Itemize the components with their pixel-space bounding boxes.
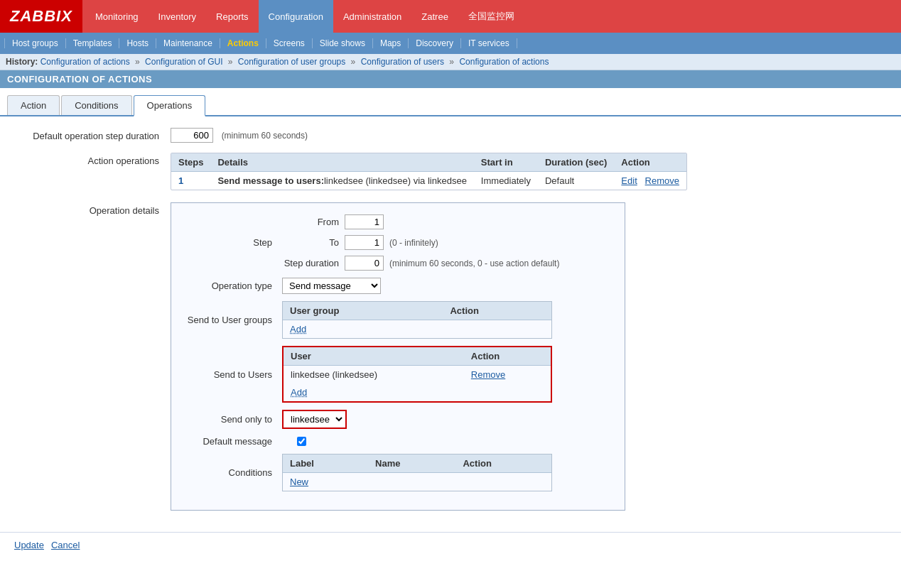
- sub-nav-item-it-services[interactable]: IT services: [461, 38, 517, 48]
- send-only-to-row: Send only to linkedseeAll: [183, 410, 613, 429]
- user-groups-header-row: User group Action: [283, 302, 551, 320]
- sub-nav-item-maps[interactable]: Maps: [373, 38, 409, 48]
- user-groups-add-cell: Add: [283, 320, 551, 339]
- cancel-button[interactable]: Cancel: [51, 540, 80, 550]
- step-duration-label: Step duration: [282, 258, 339, 268]
- ops-edit-link[interactable]: Edit: [621, 175, 637, 186]
- conditions-row: Conditions Label Name Action: [183, 454, 613, 491]
- nav-item-chinese[interactable]: 全国监控网: [458, 0, 524, 33]
- to-row: To (0 - infinitely): [282, 235, 559, 250]
- step-duration-input[interactable]: [345, 256, 384, 271]
- breadcrumb-item-1[interactable]: Configuration of GUI: [145, 57, 222, 67]
- nav-item-configuration[interactable]: Configuration: [259, 0, 333, 33]
- user-groups-add-row: Add: [283, 320, 551, 339]
- step-duration-row: Step duration (minimum 60 seconds, 0 - u…: [282, 256, 559, 271]
- breadcrumb-sep-2: »: [348, 57, 357, 67]
- breadcrumb-label: History:: [6, 57, 38, 67]
- default-step-duration-input[interactable]: [171, 128, 213, 143]
- page-title: CONFIGURATION OF ACTIONS: [7, 74, 152, 85]
- conditions-header-row: Label Name Action: [283, 454, 551, 473]
- send-to-user-groups-field: User group Action Add: [282, 301, 613, 339]
- sub-nav-item-discovery[interactable]: Discovery: [409, 38, 461, 48]
- users-table: User Action linkedsee (linkedsee) Remove…: [284, 347, 551, 401]
- user-name: linkedsee (linkedsee): [284, 366, 464, 384]
- send-only-to-label: Send only to: [183, 414, 282, 425]
- sub-nav-item-hosts[interactable]: Hosts: [119, 38, 156, 48]
- default-message-field: [282, 437, 613, 446]
- default-step-duration-field: (minimum 60 seconds): [171, 128, 887, 143]
- from-row: From: [282, 214, 559, 229]
- send-only-to-field: linkedseeAll: [282, 410, 613, 429]
- action-operations-row: Action operations Steps Details Start in…: [14, 153, 887, 192]
- operation-type-field: Send messageRemote command: [282, 278, 613, 294]
- breadcrumb-sep-3: »: [447, 57, 456, 67]
- operation-type-select[interactable]: Send messageRemote command: [282, 278, 381, 294]
- tabs: ActionConditionsOperations: [0, 88, 901, 116]
- action-operations-label: Action operations: [14, 153, 171, 166]
- sub-nav-item-screens[interactable]: Screens: [266, 38, 313, 48]
- breadcrumb-item-3[interactable]: Configuration of users: [361, 57, 444, 67]
- ops-col-duration: Duration (sec): [538, 153, 614, 172]
- send-to-user-groups-row: Send to User groups User group Action: [183, 301, 613, 339]
- users-header-row: User Action: [284, 347, 551, 366]
- sub-nav-item-slide-shows[interactable]: Slide shows: [313, 38, 373, 48]
- nav-item-inventory[interactable]: Inventory: [149, 0, 206, 33]
- sub-nav-item-maintenance[interactable]: Maintenance: [156, 38, 220, 48]
- from-input[interactable]: [345, 214, 384, 229]
- users-add-link[interactable]: Add: [291, 387, 307, 398]
- table-row: 1 Send message to users:linkedsee (linke…: [171, 172, 686, 190]
- nav-item-zatree[interactable]: Zatree: [411, 0, 458, 33]
- main-nav: MonitoringInventoryReportsConfigurationA…: [85, 0, 524, 33]
- sub-nav-item-actions[interactable]: Actions: [220, 38, 266, 48]
- user-action: Remove: [464, 366, 551, 384]
- cond-col-action: Action: [455, 454, 551, 473]
- conditions-table-container: Label Name Action New: [282, 454, 552, 491]
- step-section: Step From To (0 - infinitely): [183, 214, 613, 271]
- ops-col-action: Action: [614, 153, 686, 172]
- sub-nav-item-templates[interactable]: Templates: [66, 38, 120, 48]
- breadcrumb-links: Configuration of actions » Configuration…: [41, 57, 549, 67]
- default-message-checkbox[interactable]: [282, 437, 321, 446]
- conditions-new-cell: New: [283, 473, 551, 491]
- nav-item-monitoring[interactable]: Monitoring: [85, 0, 149, 33]
- operation-type-row: Operation type Send messageRemote comman…: [183, 278, 613, 294]
- ops-startin: Immediately: [474, 172, 538, 190]
- to-label: To: [282, 237, 339, 248]
- tab-action[interactable]: Action: [7, 95, 60, 115]
- send-only-to-select[interactable]: linkedseeAll: [284, 412, 345, 427]
- user-groups-add-link[interactable]: Add: [290, 324, 306, 334]
- breadcrumb-item-0[interactable]: Configuration of actions: [41, 57, 130, 67]
- send-to-users-label: Send to Users: [183, 369, 282, 380]
- to-input[interactable]: [345, 235, 384, 250]
- users-table-body: linkedsee (linkedsee) Remove Add: [284, 366, 551, 402]
- sub-nav-item-host-groups[interactable]: Host groups: [4, 38, 66, 48]
- logo-text: ZABBIX: [10, 7, 72, 26]
- ops-remove-link[interactable]: Remove: [645, 175, 679, 186]
- operation-details-field: Step From To (0 - infinitely): [171, 202, 887, 511]
- cond-col-label: Label: [283, 454, 368, 473]
- breadcrumb-item-2[interactable]: Configuration of user groups: [238, 57, 345, 67]
- send-to-user-groups-label: Send to User groups: [183, 315, 282, 325]
- conditions-table: Label Name Action New: [283, 454, 551, 491]
- default-step-duration-row: Default operation step duration (minimum…: [14, 128, 887, 143]
- conditions-new-link[interactable]: New: [290, 477, 308, 487]
- action-operations-field: Steps Details Start in Duration (sec) Ac…: [171, 153, 887, 192]
- user-remove-link[interactable]: Remove: [471, 369, 505, 380]
- update-button[interactable]: Update: [14, 540, 44, 550]
- default-message-row: Default message: [183, 436, 613, 447]
- operation-details-label: Operation details: [14, 202, 171, 216]
- ops-table-body: 1 Send message to users:linkedsee (linke…: [171, 172, 686, 190]
- operation-type-label: Operation type: [183, 281, 282, 291]
- nav-item-reports[interactable]: Reports: [206, 0, 259, 33]
- default-step-duration-hint: (minimum 60 seconds): [222, 131, 308, 141]
- ops-table-container: Steps Details Start in Duration (sec) Ac…: [171, 153, 687, 190]
- ops-col-steps: Steps: [171, 153, 210, 172]
- nav-item-administration[interactable]: Administration: [333, 0, 411, 33]
- ops-duration: Default: [538, 172, 614, 190]
- breadcrumb-sep-0: »: [133, 57, 142, 67]
- tab-conditions[interactable]: Conditions: [61, 95, 131, 115]
- tab-operations[interactable]: Operations: [134, 95, 206, 116]
- default-message-label: Default message: [183, 436, 282, 447]
- table-row: linkedsee (linkedsee) Remove: [284, 366, 551, 384]
- breadcrumb-item-4[interactable]: Configuration of actions: [459, 57, 549, 67]
